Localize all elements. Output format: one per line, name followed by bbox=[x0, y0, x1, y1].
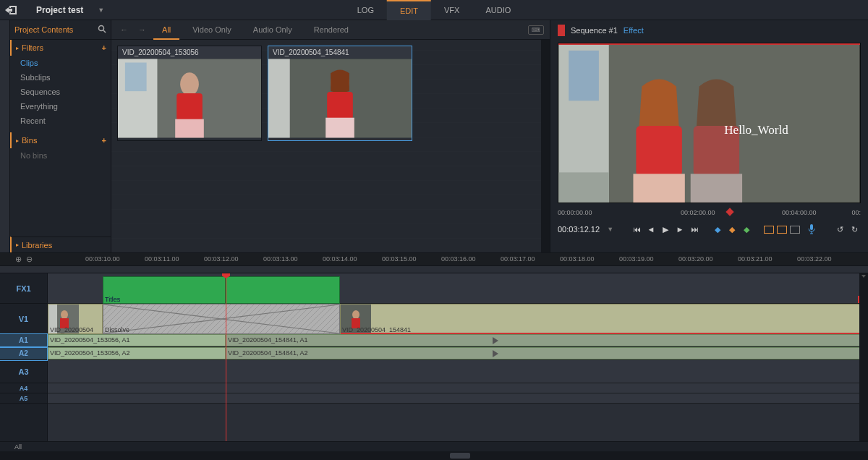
timeline-ruler[interactable]: ⊕ ⊖ 00:03:10.00 00:03:11.00 00:03:12.00 … bbox=[0, 253, 868, 266]
play-icon[interactable]: ▶ bbox=[660, 223, 671, 235]
hscroll-thumb[interactable] bbox=[450, 453, 470, 459]
project-contents-header: Project Contents bbox=[10, 20, 111, 40]
libraries-header[interactable]: ▸Libraries bbox=[10, 237, 111, 252]
zoom-out-icon[interactable]: ⊖ bbox=[26, 255, 33, 264]
svg-point-26 bbox=[61, 310, 68, 319]
browser-tab-all[interactable]: All bbox=[153, 20, 179, 40]
bins-empty: No bins bbox=[10, 148, 111, 163]
goto-start-icon[interactable]: ⏮ bbox=[631, 223, 642, 235]
tab-edit[interactable]: EDIT bbox=[387, 0, 431, 20]
loop-range-icon[interactable]: ↻ bbox=[849, 223, 861, 235]
track-header-a3[interactable]: A3 bbox=[0, 360, 47, 383]
track-fx1[interactable]: Titles bbox=[48, 273, 868, 304]
timecode-dropdown[interactable]: ▼ bbox=[607, 226, 613, 233]
bins-header[interactable]: ▸Bins + bbox=[10, 132, 111, 148]
svg-rect-16 bbox=[558, 172, 608, 203]
loop-icon[interactable]: ↺ bbox=[835, 223, 846, 235]
clips-area[interactable]: VID_20200504_153056 VID_20200504_154841 bbox=[111, 40, 550, 252]
track-a5[interactable] bbox=[48, 393, 868, 404]
project-contents-panel: Project Contents ▸Filters + Clips Subcli… bbox=[10, 20, 111, 252]
track-header-a5[interactable]: A5 bbox=[0, 393, 47, 404]
clip-thumbnail bbox=[268, 59, 412, 138]
strip-playhead-icon[interactable] bbox=[726, 208, 733, 216]
mic-icon[interactable] bbox=[806, 223, 817, 235]
fx-clip-titles-1[interactable]: Titles bbox=[103, 276, 226, 304]
track-header-a1[interactable]: A1 bbox=[0, 334, 47, 347]
sequence-header: Sequence #1 Effect bbox=[550, 20, 868, 40]
transport-controls: ⏮ ◄ ▶ ► ⏭ ◆ ◆ ◆ bbox=[631, 223, 817, 235]
tab-log[interactable]: LOG bbox=[344, 0, 387, 20]
filter-sequences[interactable]: Sequences bbox=[10, 85, 111, 99]
tracks[interactable]: Titles VID_20200504 Dissolve bbox=[48, 273, 868, 441]
thumbnail-image-icon bbox=[268, 59, 412, 138]
track-a3[interactable] bbox=[48, 360, 868, 383]
svg-point-5 bbox=[180, 72, 199, 95]
sequence-effect-link[interactable]: Effect bbox=[624, 26, 644, 35]
mark-cue-icon[interactable]: ◆ bbox=[726, 223, 738, 235]
filters-header[interactable]: ▸Filters + bbox=[10, 40, 111, 56]
track-a1[interactable]: VID_20200504_153056, A1 VID_20200504_154… bbox=[48, 334, 868, 347]
mark-out-icon[interactable]: ◆ bbox=[741, 223, 752, 235]
timecode: 00:03:12.12 bbox=[558, 225, 600, 234]
a1-clip-2[interactable]: VID_20200504_154841, A1 bbox=[226, 334, 868, 346]
timeline-hscroll[interactable] bbox=[0, 451, 868, 460]
browser-tab-audio[interactable]: Audio Only bbox=[244, 25, 301, 34]
playhead[interactable] bbox=[226, 273, 226, 441]
a2-clip-2[interactable]: VID_20200504_154841, A2 bbox=[226, 347, 868, 359]
tracks-area: FX1 V1 A1 A2 A3 A4 A5 Titles bbox=[0, 273, 868, 441]
left-collapsed-strip[interactable] bbox=[0, 20, 10, 252]
filter-everything[interactable]: Everything bbox=[10, 99, 111, 114]
a1-clip-1[interactable]: VID_20200504_153056, A1 bbox=[48, 334, 226, 346]
track-header-fx1[interactable]: FX1 bbox=[0, 273, 47, 304]
project-dropdown[interactable]: ▼ bbox=[98, 7, 104, 14]
step-back-icon[interactable]: ◄ bbox=[645, 223, 657, 235]
replace-icon[interactable] bbox=[790, 226, 800, 234]
exit-button[interactable] bbox=[0, 0, 22, 20]
clip-card-2[interactable]: VID_20200504_154841 bbox=[268, 46, 412, 141]
browser-tab-video[interactable]: Video Only bbox=[184, 25, 240, 34]
track-all-row[interactable]: All bbox=[0, 441, 868, 451]
nav-fwd-icon[interactable]: → bbox=[135, 25, 149, 34]
insert-icon[interactable] bbox=[764, 226, 774, 234]
filter-clips[interactable]: Clips bbox=[10, 56, 111, 70]
clip-name: VID_20200504_154841 bbox=[268, 46, 412, 59]
scroll-up-icon[interactable] bbox=[861, 275, 866, 279]
fx-clip-titles-2[interactable] bbox=[226, 276, 340, 304]
browser-vscroll[interactable] bbox=[541, 40, 550, 252]
svg-point-0 bbox=[99, 26, 104, 31]
keyboard-icon[interactable]: ⌨ bbox=[528, 25, 544, 35]
v1-dissolve[interactable]: Dissolve bbox=[103, 304, 340, 334]
nav-back-icon[interactable]: ← bbox=[117, 25, 131, 34]
clip-card-1[interactable]: VID_20200504_153056 bbox=[117, 46, 262, 141]
filter-recent[interactable]: Recent bbox=[10, 114, 111, 128]
svg-rect-22 bbox=[691, 174, 742, 203]
v1-clip-2[interactable]: VID_20200504_154841 59 bbox=[340, 304, 868, 334]
tab-vfx[interactable]: VFX bbox=[431, 0, 472, 20]
filter-subclips[interactable]: Subclips bbox=[10, 70, 111, 85]
mark-in-icon[interactable]: ◆ bbox=[712, 223, 723, 235]
browser-tab-rendered[interactable]: Rendered bbox=[305, 25, 357, 34]
v1-clip-1[interactable]: VID_20200504 bbox=[48, 304, 103, 334]
track-header-a4[interactable]: A4 bbox=[0, 383, 47, 393]
zoom-in-icon[interactable]: ⊕ bbox=[15, 255, 22, 264]
browser-panel: ← → All Video Only Audio Only Rendered ⌨… bbox=[111, 20, 550, 252]
track-a2[interactable]: VID_20200504_153056, A2 VID_20200504_154… bbox=[48, 347, 868, 360]
a2-clip-1[interactable]: VID_20200504_153056, A2 bbox=[48, 347, 226, 359]
tab-audio[interactable]: AUDIO bbox=[472, 0, 524, 20]
goto-end-icon[interactable]: ⏭ bbox=[689, 223, 700, 235]
add-filter-icon[interactable]: + bbox=[102, 43, 106, 52]
track-header-v1[interactable]: V1 bbox=[0, 304, 47, 334]
timeline-vscroll[interactable] bbox=[859, 273, 868, 441]
track-header-a2[interactable]: A2 bbox=[0, 347, 47, 360]
overwrite-icon[interactable] bbox=[777, 226, 787, 234]
track-v1[interactable]: VID_20200504 Dissolve VID_20200504_15484… bbox=[48, 304, 868, 334]
viewer[interactable]: Hello_World bbox=[558, 43, 861, 203]
track-a4[interactable] bbox=[48, 383, 868, 393]
add-bin-icon[interactable]: + bbox=[102, 136, 106, 145]
main-tabs: LOG EDIT VFX AUDIO bbox=[344, 0, 524, 20]
step-fwd-icon[interactable]: ► bbox=[674, 223, 686, 235]
viewer-timeline-strip[interactable]: 00:00:00.00 00:02:00.00 00:04:00.00 00: bbox=[558, 206, 861, 219]
strip-time: 00:04:00.00 bbox=[782, 209, 817, 216]
search-icon[interactable] bbox=[98, 25, 106, 35]
clip-thumbnail bbox=[118, 59, 261, 138]
